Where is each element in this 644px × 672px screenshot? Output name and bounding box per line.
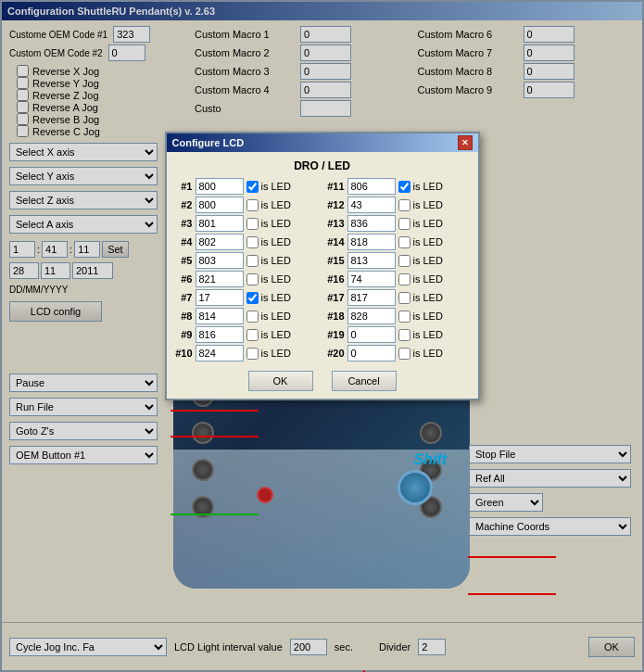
modal-title: Configure LCD [172, 137, 245, 148]
dro13-led-check[interactable] [398, 218, 410, 230]
dro9-led-label: is LED [261, 329, 291, 340]
dro12-led-check[interactable] [398, 199, 410, 211]
dro2-led-check[interactable] [246, 199, 259, 211]
dro4-led-check[interactable] [246, 236, 259, 248]
dro15-input[interactable] [347, 252, 396, 269]
dro3-led-check[interactable] [246, 218, 259, 230]
dro11-led-check[interactable] [398, 181, 410, 193]
dro19-input[interactable] [347, 326, 396, 343]
dro8-led-label: is LED [261, 311, 291, 322]
dro6-input[interactable] [196, 271, 244, 287]
modal-overlay: Configure LCD ✕ DRO / LED #1is LED #2is … [2, 2, 642, 670]
dro15-led-check[interactable] [398, 255, 410, 267]
dro14-led-label: is LED [413, 236, 443, 247]
dro10-input[interactable] [196, 345, 244, 361]
dro17-led-label: is LED [413, 292, 443, 303]
dro15-led-label: is LED [413, 255, 443, 266]
dro6-led-label: is LED [261, 273, 291, 285]
dro10-led-check[interactable] [246, 348, 259, 360]
dro18-led-check[interactable] [398, 311, 410, 323]
dro9-led-check[interactable] [246, 329, 259, 341]
dro4-input[interactable] [196, 234, 244, 250]
dro7-led-check[interactable] [246, 292, 259, 304]
dro16-led-label: is LED [413, 273, 443, 285]
dro16-input[interactable] [347, 271, 396, 287]
dro13-input[interactable] [347, 215, 396, 232]
dro3-input[interactable] [196, 215, 244, 232]
dro9-input[interactable] [196, 326, 244, 343]
dro8-led-check[interactable] [246, 311, 259, 323]
dro17-input[interactable] [347, 289, 396, 306]
dro5-led-label: is LED [261, 255, 291, 266]
dro19-led-check[interactable] [398, 329, 410, 341]
dro11-input[interactable] [347, 178, 396, 195]
dro5-led-check[interactable] [246, 255, 259, 267]
dro3-led-label: is LED [261, 218, 291, 229]
dro2-led-label: is LED [261, 199, 291, 210]
dro18-input[interactable] [347, 308, 396, 324]
dro12-led-label: is LED [413, 199, 443, 210]
dro19-led-label: is LED [413, 329, 443, 340]
main-window: Configuration ShuttleRU Pendant(s) v. 2.… [0, 0, 644, 672]
dro20-led-check[interactable] [398, 348, 410, 360]
dro16-led-check[interactable] [398, 273, 410, 285]
configure-lcd-modal: Configure LCD ✕ DRO / LED #1is LED #2is … [165, 132, 480, 400]
modal-cancel-button[interactable]: Cancel [332, 371, 397, 391]
dro6-led-check[interactable] [246, 273, 259, 285]
dro18-led-label: is LED [413, 311, 443, 322]
dro1-led-label: is LED [261, 181, 291, 192]
dro11-led-label: is LED [413, 181, 443, 192]
dro1-input[interactable] [196, 178, 244, 195]
dro20-led-label: is LED [413, 348, 443, 359]
dro4-led-label: is LED [261, 236, 291, 247]
dro12-input[interactable] [347, 197, 396, 213]
dro7-led-label: is LED [261, 292, 291, 303]
dro5-input[interactable] [196, 252, 244, 269]
modal-header: DRO / LED [174, 159, 471, 172]
dro7-input[interactable] [196, 289, 244, 306]
modal-ok-button[interactable]: OK [248, 371, 313, 391]
dro10-led-label: is LED [261, 348, 291, 359]
dro20-input[interactable] [347, 345, 396, 361]
dro13-led-label: is LED [413, 218, 443, 229]
dro14-led-check[interactable] [398, 236, 410, 248]
dro14-input[interactable] [347, 234, 396, 250]
dro8-input[interactable] [196, 308, 244, 324]
dro17-led-check[interactable] [398, 292, 410, 304]
modal-close-button[interactable]: ✕ [458, 135, 473, 150]
dro2-input[interactable] [196, 197, 244, 213]
dro1-led-check[interactable] [246, 181, 259, 193]
modal-title-bar: Configure LCD ✕ [167, 133, 478, 152]
